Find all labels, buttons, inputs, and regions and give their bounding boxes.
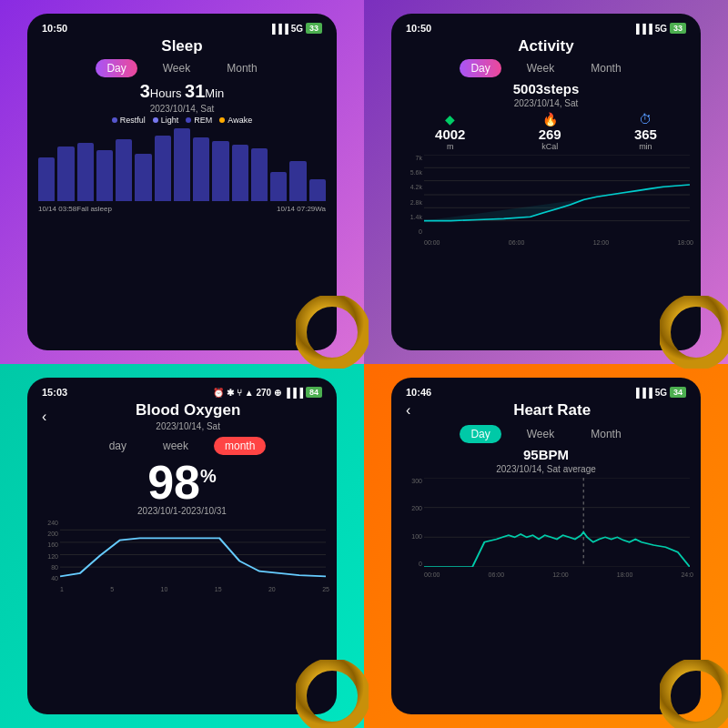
sleep-screen: 10:50 ▐▐▐ 5G 33 Sleep Day Week Month 3Ho… — [27, 14, 337, 350]
bo-icons: ⏰ ✱ ⑂ ▲ 270 ⊕ ▐▐▐ — [213, 388, 303, 398]
hr-signal: ▐▐▐ 5G — [633, 388, 667, 398]
bo-status-bar: 15:03 ⏰ ✱ ⑂ ▲ 270 ⊕ ▐▐▐ 84 — [35, 385, 329, 399]
activity-time-active: ⏱ 365 min — [634, 112, 657, 151]
svg-point-7 — [664, 300, 728, 364]
activity-chart: 7k5.6k4.2k2.8k1.4k0 00:0006:0012:0018:00 — [399, 155, 693, 246]
hr-tab-day[interactable]: Day — [460, 425, 500, 443]
activity-title: Activity — [399, 37, 693, 56]
bo-date-range: 2023/10/1-2023/10/31 — [35, 506, 329, 516]
sleep-chart — [35, 128, 329, 201]
quadrant-heart-rate: 10:46 ▐▐▐ 5G 34 ‹ Heart Rate Day Week Mo… — [364, 364, 728, 728]
bo-time: 15:03 — [42, 387, 67, 398]
activity-tab-week[interactable]: Week — [516, 59, 565, 77]
sleep-label-left: 10/14 03:58Fall asleep — [38, 205, 112, 213]
sleep-stat: 3Hours 31Min — [35, 81, 329, 102]
sleep-chart-labels: 10/14 03:58Fall asleep 10/14 07:29Wa — [35, 205, 329, 213]
sleep-legend: Restful Light REM Awake — [35, 116, 329, 125]
hr-y-labels: 3002001000 — [399, 478, 424, 567]
hr-header-row: ‹ Heart Rate — [399, 399, 693, 421]
hr-stat: 95BPM — [399, 447, 693, 462]
activity-distance: ◆ 4002 m — [435, 112, 465, 151]
hr-tabs: Day Week Month — [399, 425, 693, 443]
bo-tab-month[interactable]: month — [214, 437, 266, 455]
quadrant-blood-oxygen: 15:03 ⏰ ✱ ⑂ ▲ 270 ⊕ ▐▐▐ 84 ‹ Blood Oxyge… — [0, 364, 364, 728]
activity-tab-month[interactable]: Month — [580, 59, 632, 77]
quadrant-activity: 10:50 ▐▐▐ 5G 33 Activity Day Week Month … — [364, 0, 728, 364]
activity-screen: 10:50 ▐▐▐ 5G 33 Activity Day Week Month … — [391, 14, 701, 350]
bo-battery: 84 — [306, 387, 322, 398]
activity-y-labels: 7k5.6k4.2k2.8k1.4k0 — [399, 155, 424, 235]
activity-chart-area — [424, 155, 690, 235]
sleep-signal: ▐▐▐ 5G — [269, 24, 303, 34]
bo-back-button[interactable]: ‹ — [38, 409, 50, 425]
blood-oxygen-screen: 15:03 ⏰ ✱ ⑂ ▲ 270 ⊕ ▐▐▐ 84 ‹ Blood Oxyge… — [27, 378, 337, 714]
svg-point-0 — [300, 300, 364, 364]
hr-battery: 34 — [670, 387, 686, 398]
sleep-time: 10:50 — [42, 23, 67, 34]
activity-steps: 5003steps — [399, 81, 693, 96]
sleep-label-right: 10/14 07:29Wa — [277, 205, 326, 213]
bo-header-row: ‹ Blood Oxygen 2023/10/14, Sat — [35, 399, 329, 433]
sleep-status-bar: 10:50 ▐▐▐ 5G 33 — [35, 21, 329, 35]
activity-date: 2023/10/14, Sat — [399, 98, 693, 108]
svg-point-12 — [300, 664, 364, 728]
activity-metrics: ◆ 4002 m 🔥 269 kCal ⏱ 365 min — [399, 112, 693, 151]
hr-status-bar: 10:46 ▐▐▐ 5G 34 — [399, 385, 693, 399]
activity-battery: 33 — [670, 23, 686, 34]
hr-svg — [424, 478, 690, 567]
sleep-tab-month[interactable]: Month — [216, 59, 268, 77]
activity-time: 10:50 — [406, 23, 431, 34]
activity-tab-day[interactable]: Day — [460, 59, 500, 77]
hr-tab-month[interactable]: Month — [580, 425, 632, 443]
hr-time: 10:46 — [406, 387, 431, 398]
bo-tab-day[interactable]: day — [98, 437, 137, 455]
hr-back-button[interactable]: ‹ — [402, 402, 414, 419]
hr-tab-week[interactable]: Week — [516, 425, 565, 443]
activity-calories: 🔥 269 kCal — [539, 112, 561, 151]
sleep-tab-day[interactable]: Day — [96, 59, 136, 77]
hr-date: 2023/10/14, Sat average — [399, 464, 693, 474]
bo-tabs: day week month — [35, 437, 329, 455]
svg-point-18 — [664, 664, 728, 728]
sleep-battery: 33 — [306, 23, 322, 34]
sleep-tabs: Day Week Month — [35, 59, 329, 77]
activity-x-labels: 00:0006:0012:0018:00 — [424, 239, 693, 246]
activity-status-bar: 10:50 ▐▐▐ 5G 33 — [399, 21, 693, 35]
bo-svg — [60, 520, 326, 581]
bo-date: 2023/10/14, Sat — [50, 421, 326, 431]
activity-tabs: Day Week Month — [399, 59, 693, 77]
bo-value: 98% — [35, 459, 329, 506]
quadrant-sleep: 10:50 ▐▐▐ 5G 33 Sleep Day Week Month 3Ho… — [0, 0, 364, 364]
ring-q4 — [660, 660, 728, 728]
bo-y-labels: 2402001601208040 — [35, 520, 60, 581]
ring-q2 — [660, 296, 728, 369]
sleep-tab-week[interactable]: Week — [152, 59, 201, 77]
hr-chart: 3002001000 00:0006:0012:0018:0024:0 — [399, 478, 693, 578]
sleep-date: 2023/10/14, Sat — [35, 104, 329, 114]
bo-chart: 2402001601208040 1510152025 — [35, 520, 329, 592]
bo-tab-week[interactable]: week — [152, 437, 199, 455]
bo-title: Blood Oxygen — [50, 401, 326, 420]
ring-q1 — [296, 296, 369, 369]
hr-title: Heart Rate — [414, 401, 690, 420]
hr-x-labels: 00:0006:0012:0018:0024:0 — [424, 571, 693, 578]
activity-signal: ▐▐▐ 5G — [633, 24, 667, 34]
sleep-title: Sleep — [35, 37, 329, 56]
bo-x-labels: 1510152025 — [60, 586, 329, 592]
heart-rate-screen: 10:46 ▐▐▐ 5G 34 ‹ Heart Rate Day Week Mo… — [391, 378, 701, 714]
ring-q3 — [296, 660, 369, 728]
